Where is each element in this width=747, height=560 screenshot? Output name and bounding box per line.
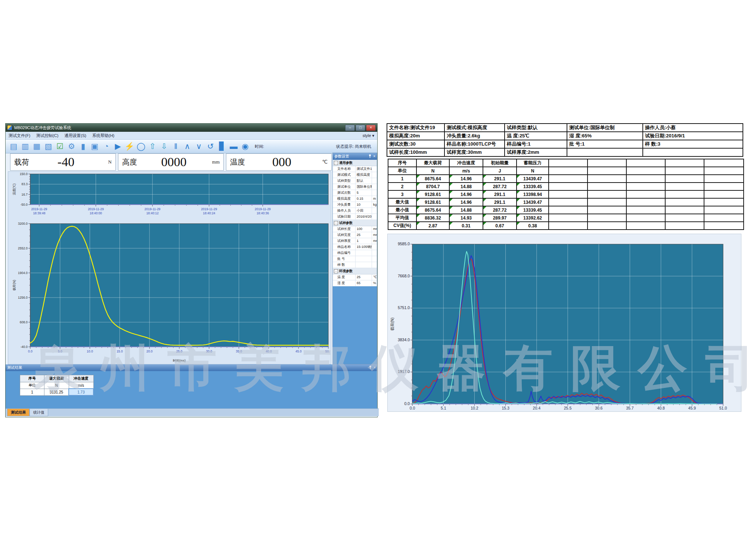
results-col-header: 序号 (20, 375, 44, 382)
param-row[interactable]: 冲头质量10kg (333, 202, 377, 208)
param-value[interactable]: 65 (356, 280, 372, 286)
tab-results[interactable]: 测试结果 (7, 409, 30, 416)
style-selector[interactable]: style ▾ (363, 133, 374, 138)
param-value[interactable] (356, 262, 372, 268)
open-file-icon[interactable]: ▥ (19, 141, 31, 152)
param-value[interactable]: 模拟高度 (356, 172, 372, 178)
param-row[interactable]: 测试单位国际单位制 (333, 184, 377, 190)
param-row[interactable]: 试样厚度1mm (333, 238, 377, 244)
param-row[interactable]: 样品名称15-105钢丝带 (333, 244, 377, 250)
param-row[interactable]: 模拟高度0.15m (333, 196, 377, 202)
param-row[interactable]: 操作人员小田 (333, 208, 377, 214)
param-row[interactable]: 文件名称测试文件1 (333, 166, 377, 172)
param-row[interactable]: 样 数 (333, 262, 377, 268)
tab-statistics[interactable]: 统计值 (30, 409, 48, 416)
param-value[interactable]: 25 (356, 232, 372, 238)
param-section-0[interactable]: -通用参数 (333, 160, 377, 166)
param-value[interactable]: 1 (356, 238, 372, 244)
param-row[interactable]: 样品编号 (333, 250, 377, 256)
package-icon[interactable]: ▣ (89, 141, 100, 152)
param-row[interactable]: 批 号 (333, 256, 377, 262)
cell-flag-triangle (483, 175, 486, 178)
close-file-icon[interactable]: ▧ (43, 141, 54, 152)
cell-flag-triangle (483, 222, 486, 225)
data-cell: 14.96 (449, 190, 483, 198)
menu-item-0[interactable]: 测试文件(F) (9, 133, 30, 139)
timer-icon[interactable]: ◔ (100, 141, 112, 152)
move-down-icon[interactable]: ⇩ (158, 141, 170, 152)
connect-check-icon[interactable]: ☑ (54, 141, 66, 152)
param-value[interactable]: 默认 (356, 178, 372, 184)
close-icon[interactable]: × (373, 155, 375, 158)
results-cell[interactable]: 3131.25 (44, 389, 69, 395)
svg-text:51.0: 51.0 (719, 406, 727, 410)
param-row[interactable]: 测试次数5 (333, 190, 377, 196)
param-section-1[interactable]: -试样参数 (333, 220, 377, 226)
collapse-icon[interactable]: - (334, 269, 338, 273)
param-row[interactable]: 试验日期2016/4/20 (333, 214, 377, 220)
clean-brush-icon[interactable]: ⚡ (124, 141, 135, 152)
param-value[interactable]: 2016/4/20 (356, 214, 372, 220)
param-value[interactable]: 10 (356, 202, 372, 208)
menu-item-1[interactable]: 测试控制(C) (36, 133, 58, 139)
param-value[interactable]: 5 (356, 190, 372, 196)
maximize-button[interactable]: □ (356, 125, 365, 131)
param-value[interactable]: 15-105钢丝带 (356, 244, 372, 250)
param-value[interactable]: 100 (356, 226, 372, 232)
close-icon[interactable]: × (374, 366, 376, 370)
table-row: 最小值8675.6414.88287.7213339.45 (388, 206, 744, 214)
param-value[interactable]: 0.15 (356, 196, 372, 202)
param-row[interactable]: 湿 度65% (333, 280, 377, 286)
param-value[interactable]: 国际单位制 (356, 184, 372, 190)
cell-flag-triangle (517, 183, 520, 186)
param-value[interactable]: 测试文件1 (356, 166, 372, 172)
param-value[interactable]: 小田 (356, 208, 372, 214)
pin-icon[interactable] (369, 365, 372, 370)
results-cell[interactable]: 1 (20, 389, 44, 395)
param-unit (372, 208, 377, 214)
param-row[interactable]: 测试模式模拟高度 (333, 172, 377, 178)
param-section-2[interactable]: -环境参数 (333, 268, 377, 274)
reset-circle-icon[interactable]: ◯ (135, 141, 147, 152)
info-cell: 操作人员:小蔡 (643, 124, 743, 132)
svg-text:50.0: 50.0 (325, 349, 330, 353)
device-icon[interactable]: ▮ (77, 141, 89, 152)
start-play-icon[interactable]: ▶ (112, 141, 124, 152)
power-icon[interactable]: ◉ (239, 141, 251, 152)
info-cell: 批 号:1 (567, 140, 643, 148)
report-data-table: 序号最大载荷冲击速度初始能量蓄能压力单位Nm/sJN18675.6414.962… (388, 159, 744, 230)
save-icon[interactable]: ▦ (31, 141, 43, 152)
param-row[interactable]: 试样类型默认 (333, 178, 377, 184)
jog-up-icon[interactable]: ∧ (182, 141, 193, 152)
pin-icon[interactable] (368, 154, 372, 159)
new-file-icon[interactable]: ▤ (8, 141, 19, 152)
data-cell: 13339.45 (517, 206, 549, 214)
param-value[interactable] (356, 250, 372, 256)
collapse-icon[interactable]: - (334, 161, 338, 165)
pause-icon[interactable]: ‖ (170, 141, 182, 152)
svg-text:2552.0: 2552.0 (18, 246, 28, 250)
lock-icon[interactable]: ▊ (216, 141, 228, 152)
svg-text:18:40:00: 18:40:00 (90, 211, 102, 215)
param-row[interactable]: 试样长度100mm (333, 226, 377, 232)
collapse-icon[interactable]: - (334, 221, 338, 225)
height-unit: mm (211, 159, 220, 165)
chart-panel-icon[interactable]: ▬ (228, 141, 239, 152)
data-cell (588, 190, 626, 198)
jog-down-icon[interactable]: ∨ (193, 141, 205, 152)
data-cell: 14.88 (449, 183, 483, 190)
param-row[interactable]: 温 度25℃ (333, 274, 377, 280)
data-cell: 2 (388, 183, 416, 190)
return-undo-icon[interactable]: ↺ (205, 141, 216, 152)
settings-gear-icon[interactable]: ⚙ (66, 141, 77, 152)
param-row[interactable]: 试样宽度25mm (333, 232, 377, 238)
results-cell[interactable]: 1.73 (69, 389, 93, 395)
param-value[interactable] (356, 256, 372, 262)
move-up-icon[interactable]: ⇧ (147, 141, 158, 152)
param-value[interactable]: 25 (356, 274, 372, 280)
menu-item-2[interactable]: 通用设置(S) (64, 133, 86, 139)
minimize-button[interactable]: – (345, 125, 355, 131)
data-cell: 2.87 (416, 222, 449, 230)
close-button[interactable]: × (366, 125, 376, 131)
menu-item-3[interactable]: 系统帮助(H) (92, 133, 114, 139)
